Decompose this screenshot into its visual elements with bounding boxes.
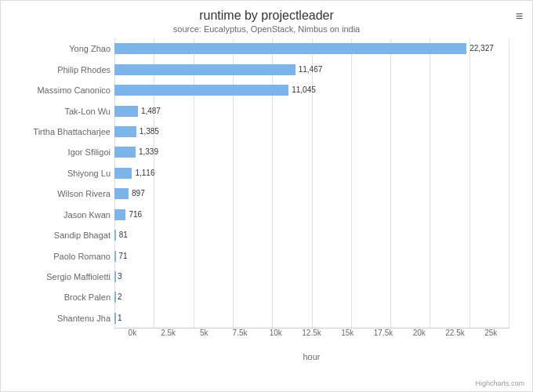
- x-tick: 17.5k: [365, 328, 401, 352]
- bar-row: 716: [114, 209, 509, 220]
- highcharts-credit: Highcharts.com: [475, 379, 524, 387]
- y-label: Shiyong Lu: [1, 169, 111, 178]
- bar[interactable]: [114, 188, 129, 199]
- x-tick: 25k: [473, 328, 509, 352]
- bar-row: 3: [114, 271, 509, 282]
- bar[interactable]: [114, 126, 136, 137]
- bar-row: 1,385: [114, 126, 509, 137]
- y-label: Wilson Rivera: [1, 189, 111, 198]
- y-label: Tirtha Bhattacharjee: [1, 127, 111, 136]
- x-tick: 20k: [401, 328, 437, 352]
- bar-row: 2: [114, 292, 509, 303]
- bar-value-label: 1,339: [139, 147, 158, 158]
- x-tick: 5k: [186, 328, 222, 352]
- chart-plot-area: 22,32711,46711,0451,4871,3851,3391,11689…: [114, 38, 509, 328]
- bar-row: 22,327: [114, 43, 509, 54]
- bar-row: 1,339: [114, 147, 509, 158]
- y-label: Sergio Maffioletti: [1, 272, 111, 281]
- bar[interactable]: [114, 292, 116, 303]
- bar-row: 1,487: [114, 106, 509, 117]
- y-label: Igor Sfiligoi: [1, 147, 111, 157]
- bar-row: 11,467: [114, 64, 509, 75]
- bar-value-label: 81: [119, 230, 128, 241]
- bar-row: 1: [114, 313, 509, 324]
- chart-title: runtime by projectleader: [1, 9, 532, 23]
- bar[interactable]: [114, 313, 116, 324]
- x-axis-ticks: 0k2.5k5k7.5k10k12.5k15k17.5k20k22.5k25k: [114, 328, 509, 352]
- x-axis-label: hour: [114, 352, 509, 361]
- bar-value-label: 2: [118, 292, 122, 303]
- bar-value-label: 11,045: [292, 85, 316, 96]
- bar[interactable]: [114, 271, 116, 282]
- bar[interactable]: [114, 230, 116, 241]
- bar-row: 1,116: [114, 168, 509, 179]
- bar-value-label: 11,467: [299, 64, 323, 75]
- bars-area: 22,32711,46711,0451,4871,3851,3391,11689…: [114, 38, 509, 328]
- bar-row: 71: [114, 251, 509, 262]
- bar-value-label: 22,327: [470, 43, 494, 54]
- x-tick: 2.5k: [150, 328, 187, 352]
- bar-value-label: 1,487: [141, 106, 161, 117]
- bar-value-label: 897: [132, 188, 145, 199]
- bar-value-label: 1,116: [135, 168, 154, 179]
- menu-icon[interactable]: ≡: [516, 10, 523, 23]
- x-tick: 22.5k: [437, 328, 473, 352]
- y-label: Brock Palen: [1, 292, 111, 302]
- bar[interactable]: [114, 209, 125, 220]
- bar-value-label: 1: [118, 313, 122, 324]
- y-label: Tak-Lon Wu: [1, 107, 111, 116]
- y-label: Jason Kwan: [1, 210, 111, 220]
- y-label: Massimo Canonico: [1, 85, 111, 95]
- x-tick: 7.5k: [222, 328, 258, 352]
- y-label: Sandip Bhagat: [1, 230, 111, 240]
- bar-row: 81: [114, 230, 509, 241]
- chart-container: runtime by projectleader source: Eucalyp…: [0, 0, 533, 392]
- bar[interactable]: [114, 64, 296, 75]
- bar[interactable]: [114, 85, 288, 96]
- bar[interactable]: [114, 251, 116, 262]
- y-label: Yong Zhao: [1, 44, 111, 53]
- y-label: Shantenu Jha: [1, 314, 111, 323]
- bar-value-label: 71: [118, 251, 127, 262]
- bar-value-label: 3: [118, 271, 122, 282]
- bar[interactable]: [114, 43, 466, 54]
- x-tick: 10k: [258, 328, 294, 352]
- chart-subtitle: source: Eucalyptus, OpenStack, Nimbus on…: [1, 24, 532, 34]
- y-axis-labels: Yong ZhaoPhilip RhodesMassimo CanonicoTa…: [1, 38, 114, 328]
- bar-value-label: 1,385: [140, 126, 159, 137]
- bar[interactable]: [114, 168, 132, 179]
- bar-row: 897: [114, 188, 509, 199]
- y-label: Philip Rhodes: [1, 65, 111, 74]
- y-label: Paolo Romano: [1, 252, 111, 261]
- x-tick: 12.5k: [294, 328, 330, 352]
- bar-value-label: 716: [129, 209, 142, 220]
- bar[interactable]: [114, 106, 138, 117]
- bar[interactable]: [114, 147, 136, 158]
- x-tick: 0k: [114, 328, 150, 352]
- bar-row: 11,045: [114, 85, 509, 96]
- x-tick: 15k: [329, 328, 365, 352]
